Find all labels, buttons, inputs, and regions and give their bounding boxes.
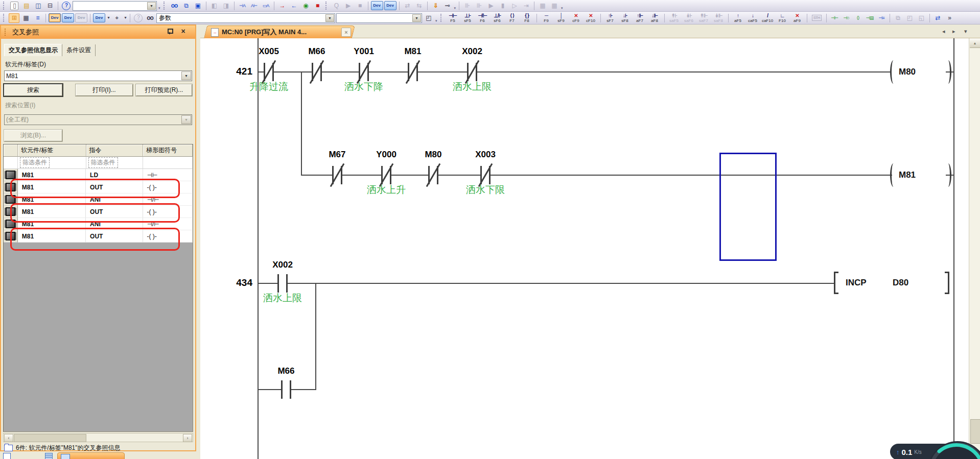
device-find-icon[interactable]: ⊣A — [237, 1, 248, 11]
doc-find2-gray-icon[interactable]: ◱ — [916, 13, 927, 23]
ladder-tool-saF8-icon[interactable]: ↡⊩saF8 — [712, 12, 726, 23]
ladder-tool-cF9-icon[interactable]: ✕cF9 — [569, 12, 583, 23]
toolbar-grip[interactable] — [325, 2, 329, 10]
no-contact-M66[interactable] — [281, 380, 291, 399]
ladder-tool-sF7-icon[interactable]: ↑⊦sF7 — [603, 12, 617, 23]
transfer-read-icon[interactable]: ⇄ — [402, 1, 413, 11]
zoom-device-icon[interactable]: ⌖ — [111, 13, 122, 23]
keyword-icon[interactable]: ⊸ — [442, 1, 453, 11]
transfer-write-icon[interactable]: ⇆ — [414, 1, 425, 11]
project-tree-icon[interactable]: ⊞ — [9, 13, 19, 23]
tab-close-icon[interactable]: × — [341, 28, 351, 37]
zoom-stop-icon[interactable]: ■ — [355, 1, 365, 11]
ladder-tool-caF5-icon[interactable]: ↓caF5 — [746, 12, 760, 23]
tab-condition-settings[interactable]: 条件设置 — [62, 44, 96, 56]
header-instruction[interactable]: 指令 — [86, 144, 144, 157]
plc-module-icon[interactable]: ▦ — [20, 13, 31, 23]
zoom-run-icon[interactable]: ▶ — [343, 1, 354, 11]
ladder-tool-aF7-icon[interactable]: ↑⊩aF7 — [633, 12, 647, 23]
ladder-tool-F5-icon[interactable]: ⊣⊢F5 — [446, 12, 460, 23]
edit-block-icon[interactable]: ⊣≡ — [876, 13, 887, 23]
session-circle-widget[interactable]: 49 — [928, 441, 980, 459]
ladder-compare-icon[interactable]: ⇄ — [932, 13, 943, 23]
print-icon[interactable]: ⊟ — [44, 1, 55, 11]
help-icon[interactable]: ? — [62, 2, 71, 10]
toolbar-grip[interactable] — [3, 14, 6, 22]
window-split-left-icon[interactable]: ◧ — [209, 1, 220, 11]
edit-coil-icon[interactable]: ⊣○ — [841, 13, 852, 23]
monitor-stop-icon[interactable]: ⊪ — [474, 1, 484, 11]
no-contact-X002[interactable] — [277, 274, 288, 293]
device-batch-monitor-icon[interactable]: Dev — [62, 13, 74, 22]
device-test-2-icon[interactable]: ▦ — [549, 1, 559, 11]
search-button[interactable]: 搜索 — [4, 84, 62, 96]
chevron-down-icon[interactable]: ▼ — [147, 2, 156, 10]
ladder-tool-saF7-icon[interactable]: ↟⊩saF7 — [697, 12, 711, 23]
nc-contact-X002[interactable] — [467, 63, 477, 81]
nc-contact-M66[interactable] — [312, 63, 322, 81]
nc-contact-Y001[interactable] — [359, 63, 369, 81]
ladder-tool-sF9-icon[interactable]: │sF9 — [554, 12, 568, 23]
secondary-combo[interactable]: ▼ — [336, 13, 422, 23]
search-run-icon[interactable]: ◉ — [300, 1, 311, 11]
toolbar-overflow-chevron[interactable]: ▾ — [158, 6, 161, 11]
close-icon[interactable]: × — [179, 27, 187, 35]
ladder-tool-F8-icon[interactable]: { }F8 — [520, 12, 534, 23]
scrollbar-thumb[interactable] — [970, 419, 980, 444]
tab-scroll-right-icon[interactable]: ▸ — [952, 28, 955, 35]
nc-contact-X003[interactable] — [480, 166, 491, 184]
zoom-tool-icon[interactable]: Q — [331, 1, 342, 11]
header-icon-col[interactable] — [4, 144, 18, 157]
ladder-tool-aF9-icon[interactable]: ✕aF9 — [790, 12, 804, 23]
open-folder-icon[interactable]: ▤ — [21, 1, 32, 11]
scrollbar-thumb[interactable] — [14, 434, 86, 442]
dev-window-2-icon[interactable]: Dev — [384, 1, 396, 10]
header-ladder-symbol[interactable]: 梯形图符号 — [143, 144, 193, 157]
list-view-icon[interactable]: ≡ — [32, 13, 43, 23]
toolbar-overflow-chevron[interactable]: ▾ — [454, 6, 457, 11]
scroll-right-icon[interactable]: › — [183, 434, 192, 442]
toolbar-grip[interactable] — [440, 14, 444, 22]
toolbar-grip[interactable] — [3, 2, 6, 10]
toolbar-overflow-chevron[interactable]: ▾ — [435, 19, 438, 24]
window-split-right-icon[interactable]: ◨ — [221, 1, 231, 11]
find-binoculars-icon[interactable]: oo — [169, 1, 180, 11]
copy-icon[interactable]: ⧉ — [181, 1, 192, 11]
scroll-up-icon[interactable]: ▲ — [970, 38, 980, 48]
save-icon[interactable]: ◫ — [33, 1, 43, 11]
ladder-canvas[interactable]: 421 X005 M66 Y001 M81 X002 升降过流 洒水下降 洒水上… — [200, 38, 980, 459]
zoom-device-dropdown-icon[interactable]: ▾ — [123, 13, 127, 23]
scroll-left-icon[interactable]: ‹ — [4, 434, 13, 442]
tab-menu-icon[interactable]: ▾ — [964, 28, 967, 35]
nc-contact-Y000[interactable] — [381, 166, 391, 184]
new-file-icon[interactable]: ▯ — [10, 2, 18, 10]
horizontal-scrollbar[interactable]: ‹ › — [3, 433, 193, 442]
ladder-tool-aF5-icon[interactable]: ↑aF5 — [731, 12, 745, 23]
print-preview-button[interactable]: 打印预览(R)... — [136, 84, 192, 96]
doc-find-gray-icon[interactable]: ◰ — [904, 13, 915, 23]
ladder-tool-F7-icon[interactable]: ⟨ ⟩F7 — [505, 12, 519, 23]
ladder-tool-F10-icon[interactable]: ∟F10 — [776, 12, 789, 23]
tab-cross-ref-info[interactable]: 交叉参照信息显示 — [4, 44, 62, 56]
paste-icon[interactable]: ▣ — [193, 1, 203, 11]
monitor-step-icon[interactable]: ⇥ — [521, 1, 531, 11]
ladder-tool-STH-icon[interactable]: STH — [810, 12, 824, 23]
search-stop-icon[interactable]: ■ — [312, 1, 323, 11]
device-find-next-icon[interactable]: A⊢ — [249, 1, 260, 11]
instruction-INCP[interactable]: INCP D80 — [834, 271, 949, 295]
nc-contact-M81[interactable] — [408, 63, 418, 81]
coil-M80[interactable]: M80 — [890, 60, 951, 84]
header-device[interactable]: 软元件/标签 — [18, 144, 86, 157]
ladder-tool-saF6-icon[interactable]: ↡⊦saF6 — [682, 12, 696, 23]
ladder-tool-F6-icon[interactable]: ⊣/⊢F6 — [476, 12, 489, 23]
filter-device[interactable]: 筛选条件 — [18, 157, 86, 169]
device-watch-dropdown-icon[interactable]: ▾ — [106, 13, 110, 23]
chevron-down-icon[interactable]: ▼ — [325, 14, 334, 22]
doc-search-icon[interactable]: ◰ — [423, 13, 434, 23]
editor-tab[interactable]: ↔ MC:N0 [PRG]写入 MAIN 4... × — [204, 26, 355, 38]
dev-window-1-icon[interactable]: Dev — [371, 1, 383, 10]
toolbar-overflow-icon[interactable]: » — [944, 13, 955, 23]
ladder-tool-sF6-icon[interactable]: ⊥/⊦sF6 — [491, 12, 504, 23]
grid-icon[interactable] — [45, 453, 53, 459]
ladder-tool-saF5-icon[interactable]: ↟⊦saF5 — [667, 12, 681, 23]
